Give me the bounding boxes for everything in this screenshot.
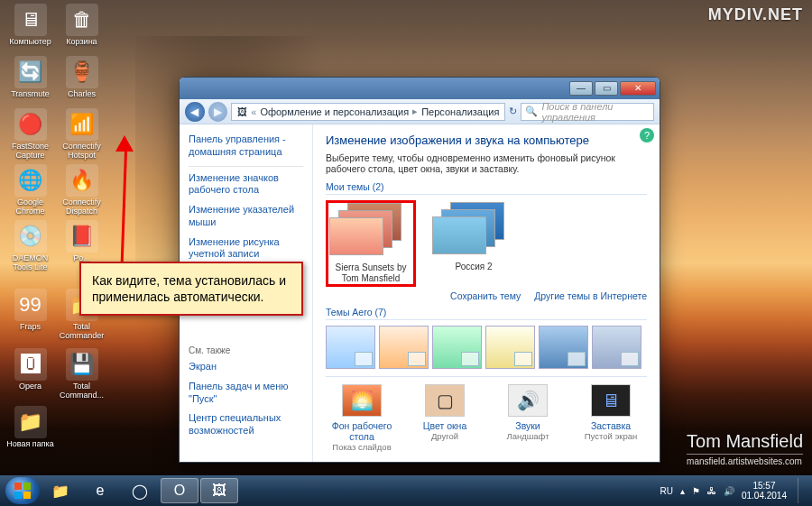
- desktop-icon-2[interactable]: 🔄Transmute: [5, 56, 55, 99]
- icon-label: Opera: [5, 382, 55, 391]
- bottom-settings-row: 🌅 Фон рабочего стола Показ слайдов ▢ Цве…: [326, 376, 647, 452]
- tray-volume-icon[interactable]: 🔊: [724, 486, 734, 496]
- clock-time: 15:57: [742, 481, 787, 491]
- desktop-icon-13[interactable]: 💾Total Command...: [57, 348, 106, 400]
- window-color-button[interactable]: ▢ Цвет окна Другой: [409, 384, 481, 452]
- desktop-background-icon: 🌅: [342, 384, 382, 417]
- aero-theme-5[interactable]: [539, 326, 588, 369]
- icon-label: Компьютер: [5, 38, 55, 47]
- svg-rect-3: [14, 492, 22, 499]
- tray-flag-icon[interactable]: ⚑: [692, 486, 700, 496]
- taskbar-opera[interactable]: O: [161, 478, 198, 503]
- see-also-2[interactable]: Центр специальных возможностей: [189, 412, 303, 437]
- search-icon: 🔍: [525, 106, 538, 117]
- save-theme-link[interactable]: Сохранить тему: [450, 290, 521, 301]
- desktop-icon-0[interactable]: 🖥Компьютер: [5, 4, 55, 47]
- sounds-icon: 🔊: [508, 384, 548, 417]
- desktop-icon-5[interactable]: 📶Connectify Hotspot: [57, 108, 106, 161]
- show-desktop-button[interactable]: [798, 478, 807, 503]
- desktop-icon-14[interactable]: 📁Новая папка: [5, 406, 55, 449]
- nav-forward-button[interactable]: ▶: [208, 102, 228, 122]
- sidebar-link-2[interactable]: Изменение рисунка учетной записи: [189, 236, 303, 262]
- app-icon: 💾: [66, 348, 98, 381]
- taskbar-personalization[interactable]: 🖼: [200, 478, 238, 503]
- tray-network-icon[interactable]: 🖧: [707, 486, 716, 496]
- desktop-icon-4[interactable]: 🔴FastStone Capture: [5, 108, 55, 161]
- aero-theme-6[interactable]: [592, 326, 641, 369]
- clock[interactable]: 15:57 01.04.2014: [742, 481, 787, 501]
- desktop-icon-8[interactable]: 💿DAEMON Tools Lite: [5, 220, 55, 272]
- aero-theme-2[interactable]: [379, 326, 429, 369]
- icon-label: Transmute: [5, 90, 55, 99]
- desktop-icon-9[interactable]: 📕Po...: [57, 220, 106, 263]
- app-icon: 99: [14, 289, 47, 321]
- icon-label: DAEMON Tools Lite: [5, 254, 55, 272]
- start-button[interactable]: [5, 477, 40, 504]
- refresh-icon[interactable]: ↻: [509, 106, 517, 117]
- icon-label: Connectify Hotspot: [57, 143, 106, 161]
- callout-text: Как видите, тема установилась и применил…: [92, 273, 286, 304]
- see-also-1[interactable]: Панель задач и меню "Пуск": [189, 381, 303, 406]
- app-icon: 📕: [66, 220, 98, 253]
- desktop-background-button[interactable]: 🌅 Фон рабочего стола Показ слайдов: [326, 384, 398, 452]
- annotation-callout: Как видите, тема установилась и применил…: [79, 262, 303, 316]
- breadcrumb-icon: 🖼: [237, 106, 247, 117]
- maximize-button[interactable]: ▭: [595, 81, 618, 96]
- breadcrumb-1[interactable]: Персонализация: [421, 106, 499, 117]
- system-tray: RU ▴ ⚑ 🖧 🔊 15:57 01.04.2014: [660, 478, 807, 503]
- search-input[interactable]: 🔍 Поиск в панели управления: [521, 103, 654, 121]
- aero-theme-1[interactable]: [326, 326, 375, 369]
- icon-label: Connectify Dispatch: [57, 198, 106, 216]
- search-placeholder: Поиск в панели управления: [541, 101, 650, 123]
- breadcrumb[interactable]: 🖼 « Оформление и персонализация ▸ Персон…: [231, 103, 505, 121]
- language-indicator[interactable]: RU: [660, 486, 672, 496]
- taskbar: 📁e◯O🖼 RU ▴ ⚑ 🖧 🔊 15:57 01.04.2014: [0, 475, 812, 506]
- taskbar-explorer[interactable]: 📁: [42, 478, 79, 503]
- theme-thumb: [329, 203, 412, 259]
- breadcrumb-0[interactable]: Оформление и персонализация: [260, 106, 409, 117]
- aero-theme-4[interactable]: [485, 326, 535, 369]
- help-icon[interactable]: ?: [640, 128, 654, 143]
- page-title: Изменение изображения и звука на компьют…: [326, 133, 647, 147]
- theme-name: Sierra Sunsets by Tom Mansfield: [328, 262, 413, 284]
- screensaver-button[interactable]: 🖥 Заставка Пустой экран: [575, 384, 647, 452]
- titlebar[interactable]: — ▭ ✕: [180, 78, 660, 99]
- icon-label: Total Command...: [57, 382, 106, 400]
- annotation-arrow-head: [115, 135, 134, 153]
- theme-actions: Сохранить тему Другие темы в Интернете: [326, 290, 647, 301]
- sidebar-link-1[interactable]: Изменение указателей мыши: [189, 204, 303, 229]
- icon-label: Google Chrome: [5, 198, 55, 216]
- sidebar-home-link[interactable]: Панель управления - домашняя страница: [189, 133, 303, 159]
- aero-theme-3[interactable]: [432, 326, 482, 369]
- see-also-0[interactable]: Экран: [189, 361, 303, 373]
- taskbar-ie[interactable]: e: [81, 478, 119, 503]
- sounds-button[interactable]: 🔊 Звуки Ландшафт: [492, 384, 564, 452]
- breadcrumb-sep: «: [251, 106, 256, 117]
- icon-label: Charles: [57, 90, 106, 99]
- app-icon: 🔴: [14, 108, 47, 141]
- desktop-icon-10[interactable]: 99Fraps: [5, 289, 55, 332]
- desktop-icon-12[interactable]: 🅾Opera: [5, 348, 55, 391]
- desktop-icon-6[interactable]: 🌐Google Chrome: [5, 164, 55, 216]
- desktop-icon-1[interactable]: 🗑Корзина: [57, 4, 106, 47]
- icon-label: Корзина: [57, 38, 106, 47]
- theme-name: Россия 2: [430, 262, 517, 272]
- nav-back-button[interactable]: ◀: [185, 102, 205, 122]
- sidebar-link-0[interactable]: Изменение значков рабочего стола: [189, 172, 303, 198]
- svg-marker-0: [115, 135, 134, 152]
- theme-sierra-sunsets[interactable]: Sierra Sunsets by Tom Mansfield: [326, 200, 416, 287]
- windows-logo-icon: [14, 482, 32, 500]
- breadcrumb-sep: ▸: [412, 106, 418, 117]
- page-subtitle: Выберите тему, чтобы одновременно измени…: [326, 152, 647, 174]
- app-icon: 🌐: [14, 164, 47, 197]
- desktop-icon-3[interactable]: 🏺Charles: [57, 56, 106, 99]
- my-themes-row: Sierra Sunsets by Tom Mansfield Россия 2: [326, 200, 647, 287]
- app-icon: 🔄: [14, 56, 47, 88]
- minimize-button[interactable]: —: [569, 81, 593, 96]
- tray-up-icon[interactable]: ▴: [680, 486, 685, 496]
- more-themes-link[interactable]: Другие темы в Интернете: [534, 290, 647, 301]
- close-button[interactable]: ✕: [620, 81, 656, 96]
- taskbar-chrome[interactable]: ◯: [121, 478, 159, 503]
- desktop-icon-7[interactable]: 🔥Connectify Dispatch: [57, 164, 106, 216]
- theme-russia-2[interactable]: Россия 2: [429, 200, 519, 287]
